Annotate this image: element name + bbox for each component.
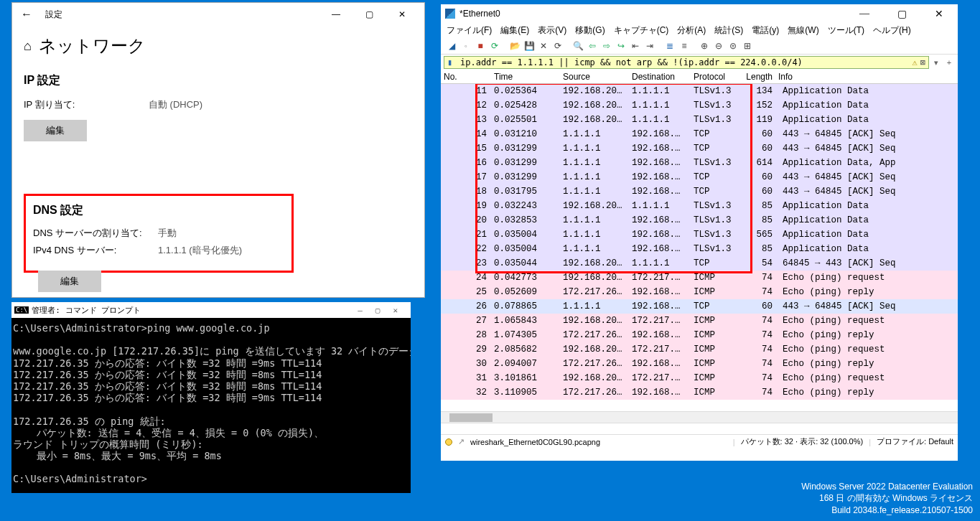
save-icon[interactable]: 💾	[523, 39, 536, 52]
menu-item[interactable]: 統計(S)	[714, 24, 743, 37]
header-destination[interactable]: Destination	[629, 72, 691, 82]
settings-window: ← 設定 — ▢ ✕ ⌂ ネットワーク IP 設定 IP 割り当て: 自動 (D…	[11, 2, 425, 298]
packet-row[interactable]: 323.110905172.217.26…192.168.…ICMP74Echo…	[441, 385, 958, 400]
goto-last-icon[interactable]: ⇥	[643, 39, 656, 52]
header-protocol[interactable]: Protocol	[691, 72, 734, 82]
close-file-icon[interactable]: ✕	[537, 39, 550, 52]
goto-first-icon[interactable]: ⇤	[629, 39, 642, 52]
packet-row[interactable]: 190.032243192.168.20…1.1.1.1TLSv1.385App…	[441, 199, 958, 213]
status-profile[interactable]: プロファイル: Default	[877, 436, 953, 447]
packet-row[interactable]: 220.0350041.1.1.1192.168.…TLSv1.385Appli…	[441, 242, 958, 256]
jump-icon[interactable]: ↪	[615, 39, 627, 52]
fin-icon[interactable]: ◢	[445, 39, 458, 52]
menu-item[interactable]: 編集(E)	[500, 24, 529, 37]
bookmark-icon[interactable]: ▮	[447, 57, 457, 67]
home-icon[interactable]: ⌂	[24, 39, 32, 54]
h-scrollbar[interactable]	[441, 411, 958, 423]
ws-filter-row: ▮ ip.addr == 1.1.1.1 || icmp && not arp …	[441, 55, 958, 70]
start-capture-icon[interactable]: ◦	[459, 39, 472, 52]
wireshark-window: *Ethernet0 — ▢ ✕ ファイル(F)編集(E)表示(V)移動(G)キ…	[440, 4, 958, 461]
header-time[interactable]: Time	[491, 72, 560, 82]
packet-row[interactable]: 180.0317951.1.1.1192.168.…TCP60443 → 648…	[441, 184, 958, 199]
ws-close-button[interactable]: ✕	[925, 8, 953, 20]
minimize-button[interactable]: —	[319, 3, 353, 26]
packet-row[interactable]: 170.0312991.1.1.1192.168.…TCP60443 → 648…	[441, 170, 958, 184]
dns-settings-box: DNS 設定 DNS サーバーの割り当て: 手動 IPv4 DNS サーバー: …	[24, 194, 294, 273]
menu-item[interactable]: ヘルプ(H)	[873, 24, 911, 37]
packet-details-pane[interactable]	[441, 423, 958, 434]
settings-title: 設定	[45, 9, 62, 21]
packet-row[interactable]: 302.094007172.217.26…192.168.…ICMP74Echo…	[441, 357, 958, 371]
packet-row[interactable]: 150.0312991.1.1.1192.168.…TCP60443 → 648…	[441, 141, 958, 156]
header-info[interactable]: Info	[775, 72, 958, 82]
close-button[interactable]: ✕	[386, 3, 419, 26]
settings-body: ⌂ ネットワーク IP 設定 IP 割り当て: 自動 (DHCP) 編集	[12, 26, 424, 150]
open-icon[interactable]: 📂	[508, 39, 521, 52]
ipv4-dns-value: 1.1.1.1 (暗号化優先)	[158, 244, 242, 257]
zoom-in-icon[interactable]: ⊕	[698, 39, 711, 52]
packet-row[interactable]: 230.035044192.168.20…1.1.1.1TCP5464845 →…	[441, 256, 958, 271]
header-source[interactable]: Source	[560, 72, 629, 82]
packet-row[interactable]: 250.052609172.217.26…192.168.…ICMP74Echo…	[441, 285, 958, 299]
cmd-titlebar: C:\ 管理者: コマンド プロンプト — ▢ ✕	[11, 302, 411, 318]
zoom-out-icon[interactable]: ⊖	[712, 39, 725, 52]
prev-icon[interactable]: ⇦	[586, 39, 599, 52]
packet-row[interactable]: 110.025364192.168.20…1.1.1.1TLSv1.3134Ap…	[441, 84, 958, 98]
dns-edit-button[interactable]: 編集	[38, 271, 101, 292]
ws-menubar: ファイル(F)編集(E)表示(V)移動(G)キャプチャ(C)分析(A)統計(S)…	[441, 23, 958, 38]
packet-row[interactable]: 292.085682192.168.20…172.217.…ICMP74Echo…	[441, 342, 958, 357]
stop-capture-icon[interactable]: ■	[474, 39, 487, 52]
header-no[interactable]: No.	[441, 72, 491, 82]
packet-row[interactable]: 313.101861192.168.20…172.217.…ICMP74Echo…	[441, 371, 958, 385]
ip-section-title: IP 設定	[24, 73, 413, 88]
restart-capture-icon[interactable]: ⟳	[488, 39, 501, 52]
watermark-line3: Build 20348.fe_release.210507-1500	[801, 504, 973, 517]
header-length[interactable]: Length	[734, 72, 775, 82]
packet-row[interactable]: 240.042773192.168.20…172.217.…ICMP74Echo…	[441, 271, 958, 285]
packet-row[interactable]: 200.0328531.1.1.1192.168.…TLSv1.385Appli…	[441, 213, 958, 227]
maximize-button[interactable]: ▢	[353, 3, 386, 26]
menu-item[interactable]: 移動(G)	[575, 24, 605, 37]
ws-minimize-button[interactable]: —	[850, 8, 879, 20]
cmd-window: C:\ 管理者: コマンド プロンプト — ▢ ✕ C:\Users\Admin…	[11, 302, 411, 493]
packet-row[interactable]: 140.0312101.1.1.1192.168.…TCP60443 → 648…	[441, 127, 958, 141]
ip-assign-value: 自動 (DHCP)	[149, 98, 202, 111]
back-icon[interactable]: ←	[18, 8, 35, 21]
filter-add-icon[interactable]: +	[943, 56, 955, 69]
resize-columns-icon[interactable]: ⊞	[741, 39, 754, 52]
cmd-minimize-button[interactable]: —	[358, 306, 363, 315]
packet-row[interactable]: 130.025501192.168.20…1.1.1.1TLSv1.3119Ap…	[441, 113, 958, 127]
filter-expression-icon[interactable]: ▾	[930, 56, 942, 69]
ws-maximize-button[interactable]: ▢	[887, 8, 916, 20]
menu-item[interactable]: 分析(A)	[677, 24, 706, 37]
expert-info-icon[interactable]	[445, 438, 452, 446]
cmd-close-button[interactable]: ✕	[393, 306, 398, 315]
cmd-body[interactable]: C:\Users\Administrator>ping www.google.c…	[11, 318, 411, 489]
reload-icon[interactable]: ⟳	[551, 39, 564, 52]
packet-row[interactable]: 271.065843192.168.20…172.217.…ICMP74Echo…	[441, 314, 958, 328]
packet-row[interactable]: 120.025428192.168.20…1.1.1.1TLSv1.3152Ap…	[441, 98, 958, 113]
cmd-maximize-button[interactable]: ▢	[375, 306, 381, 315]
clear-filter-icon[interactable]: ⊠	[920, 57, 925, 67]
packet-list[interactable]: 110.025364192.168.20…1.1.1.1TLSv1.3134Ap…	[441, 84, 958, 411]
wireshark-icon	[445, 9, 455, 19]
ip-edit-button[interactable]: 編集	[24, 120, 87, 141]
menu-item[interactable]: キャプチャ(C)	[614, 24, 669, 37]
packet-row[interactable]: 281.074305172.217.26…192.168.…ICMP74Echo…	[441, 328, 958, 342]
next-icon[interactable]: ⇨	[600, 39, 613, 52]
ws-title: *Ethernet0	[459, 9, 500, 19]
zoom-reset-icon[interactable]: ⊜	[727, 39, 739, 52]
menu-item[interactable]: 無線(W)	[788, 24, 818, 37]
menu-item[interactable]: ツール(T)	[828, 24, 864, 37]
display-filter-input[interactable]: ▮ ip.addr == 1.1.1.1 || icmp && not arp …	[444, 56, 929, 69]
find-icon[interactable]: 🔍	[571, 39, 584, 52]
colorize-icon[interactable]: ≡	[678, 39, 691, 52]
menu-item[interactable]: 電話(y)	[752, 24, 779, 37]
autoscroll-icon[interactable]: ≣	[663, 39, 676, 52]
menu-item[interactable]: 表示(V)	[538, 24, 566, 37]
menu-item[interactable]: ファイル(F)	[447, 24, 492, 37]
status-packets: パケット数: 32 · 表示: 32 (100.0%)	[741, 436, 864, 447]
packet-row[interactable]: 210.0350041.1.1.1192.168.…TLSv1.3565Appl…	[441, 227, 958, 242]
packet-row[interactable]: 160.0312991.1.1.1192.168.…TLSv1.3614Appl…	[441, 156, 958, 170]
packet-row[interactable]: 260.0788651.1.1.1192.168.…TCP60443 → 648…	[441, 299, 958, 314]
